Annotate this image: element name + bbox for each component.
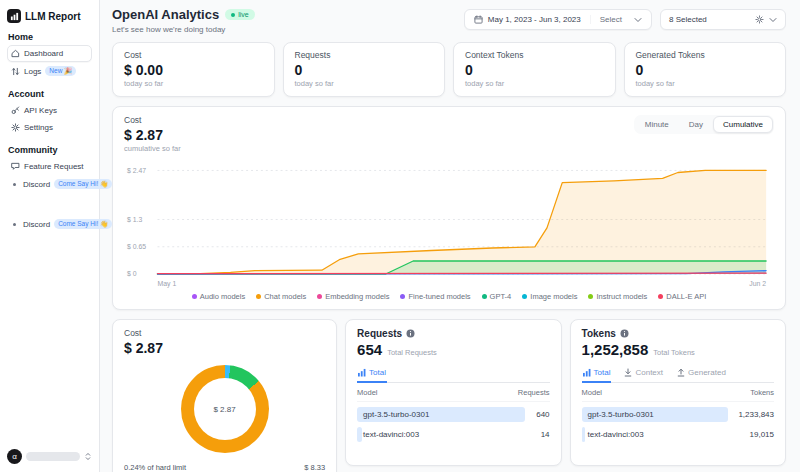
sidebar-item-settings[interactable]: Settings (7, 119, 92, 136)
legend-dot-icon (317, 294, 322, 299)
date-range-control: May 1, 2023 - Jun 3, 2023 Select (464, 9, 652, 30)
arrow-down-to-line-icon (624, 368, 632, 377)
nav-section-account: Account (8, 89, 91, 99)
cost-chart-card: Cost $ 2.87 cumulative so far Minute Day… (112, 106, 786, 310)
legend-label: Audio models (200, 292, 245, 301)
svg-text:$ 1.3: $ 1.3 (127, 216, 142, 223)
legend-dot-icon (482, 294, 487, 299)
today-stats-row: Cost $ 0.00 today so far Requests 0 toda… (112, 42, 786, 97)
date-range-picker[interactable]: May 1, 2023 - Jun 3, 2023 (465, 15, 590, 24)
legend-dot-icon (588, 294, 593, 299)
logs-icon (11, 67, 20, 76)
gear-icon (11, 123, 20, 132)
nav-section-home: Home (8, 32, 91, 42)
table-row: gpt-3.5-turbo-0301 1,233,843 (582, 407, 774, 422)
chart-metric-value: $ 2.87 (124, 127, 181, 143)
chevron-down-icon (769, 17, 777, 23)
svg-text:May 1: May 1 (157, 280, 176, 288)
sidebar-item-label: Feature Request (24, 162, 84, 171)
key-icon (11, 106, 20, 115)
legend-label: Embedding models (325, 292, 389, 301)
col-tokens: Tokens (750, 388, 774, 397)
stat-card-requests: Requests 0 today so far (283, 42, 446, 97)
cost-area-chart: $ 0$ 0.65$ 1.3$ 2.47May 1Jun 2 (124, 155, 774, 290)
tab-total[interactable]: Total (582, 365, 612, 383)
stat-value: 0 (636, 62, 775, 78)
summary-cards-row: Cost $ 2.87 $ 2.87 0.24% of hard limit $… (112, 319, 786, 472)
tab-day[interactable]: Day (679, 116, 713, 133)
legend-item: Chat models (256, 292, 306, 301)
bar-chart-icon (358, 368, 366, 377)
cost-summary-value: $ 2.87 (124, 340, 325, 356)
info-icon[interactable] (406, 329, 415, 338)
legend-item: Fine-tuned models (400, 292, 470, 301)
tab-total[interactable]: Total (357, 365, 387, 383)
logs-new-badge: New 🎉 (45, 66, 76, 76)
page-subtitle: Let's see how we're doing today (112, 25, 255, 34)
col-model: Model (357, 388, 377, 397)
sidebar-item-feature-request[interactable]: Feature Request (7, 158, 92, 175)
user-profile-menu[interactable]: α (7, 449, 92, 464)
tab-generated[interactable]: Generated (676, 365, 727, 383)
chart-metric-sub: cumulative so far (124, 144, 181, 153)
legend-item: Image models (522, 292, 577, 301)
app-window: LLM Report Home Dashboard Logs New 🎉 Acc… (0, 0, 800, 472)
requests-total: 654 (357, 341, 382, 358)
legend-item: DALL-E API (658, 292, 706, 301)
legend-dot-icon (658, 294, 663, 299)
main-content: OpenAI Analytics live Let's see how we'r… (100, 0, 800, 472)
sidebar-item-label: Dashboard (24, 49, 63, 58)
gear-icon (755, 15, 764, 24)
legend-dot-icon (522, 294, 527, 299)
table-row: gpt-3.5-turbo-0301 640 (357, 407, 549, 422)
legend-dot-icon (256, 294, 261, 299)
brand-name: LLM Report (25, 11, 81, 22)
requests-title: Requests (357, 328, 402, 339)
page-title: OpenAI Analytics (112, 7, 219, 22)
live-status-badge: live (225, 9, 255, 20)
legend-dot-icon (400, 294, 405, 299)
tokens-total: 1,252,858 (582, 341, 649, 358)
col-model: Model (582, 388, 602, 397)
sidebar-item-label: Discord (23, 180, 50, 189)
sidebar-item-label: Logs (24, 67, 41, 76)
calendar-icon (474, 15, 483, 24)
sidebar-item-logs[interactable]: Logs New 🎉 (7, 62, 92, 80)
discord-badge: Come Say Hi! 👋 (54, 179, 112, 189)
svg-text:$ 0: $ 0 (127, 270, 137, 277)
models-selected-value: 8 Selected (669, 15, 707, 24)
tab-context[interactable]: Context (623, 365, 664, 383)
stat-card-context-tokens: Context Tokens 0 today so far (453, 42, 616, 97)
tab-minute[interactable]: Minute (635, 116, 679, 133)
tab-cumulative[interactable]: Cumulative (713, 116, 773, 133)
hard-limit-label: 0.24% of hard limit (124, 463, 186, 472)
hard-limit-value: $ 8.33 (304, 463, 325, 472)
table-row: text-davinci:003 19,015 (582, 427, 774, 442)
bullet-icon (13, 183, 16, 186)
models-filter-select[interactable]: 8 Selected (660, 9, 786, 30)
legend-item: Instruct models (588, 292, 647, 301)
legend-item: Audio models (192, 292, 245, 301)
legend-item: GPT-4 (482, 292, 512, 301)
legend-label: GPT-4 (490, 292, 512, 301)
tokens-summary-card: Tokens 1,252,858 Total Tokens Total Cont… (570, 319, 786, 466)
requests-tabs: Total (357, 365, 549, 383)
legend-dot-icon (192, 294, 197, 299)
svg-text:$ 2.47: $ 2.47 (127, 167, 146, 174)
page-header: OpenAI Analytics live Let's see how we'r… (112, 7, 786, 34)
sidebar-item-api-keys[interactable]: API Keys (7, 102, 92, 119)
date-range-value: May 1, 2023 - Jun 3, 2023 (488, 15, 581, 24)
sidebar-item-discord[interactable]: Discord Come Say Hi! 👋 (7, 175, 92, 193)
donut-center-label: $ 2.87 (194, 378, 256, 440)
cost-donut-chart: $ 2.87 (181, 365, 269, 453)
brand-link[interactable]: LLM Report (7, 9, 92, 23)
legend-label: Chat models (264, 292, 306, 301)
tokens-tabs: Total Context Generated (582, 365, 774, 383)
info-icon[interactable] (620, 329, 629, 338)
avatar: α (7, 449, 22, 464)
stat-value: 0 (465, 62, 604, 78)
svg-text:Jun 2: Jun 2 (749, 280, 766, 287)
range-preset-select[interactable]: Select (590, 15, 651, 24)
sidebar-item-discord-2[interactable]: Discord Come Say Hi! 👋 (7, 215, 92, 233)
sidebar-item-dashboard[interactable]: Dashboard (7, 45, 92, 62)
